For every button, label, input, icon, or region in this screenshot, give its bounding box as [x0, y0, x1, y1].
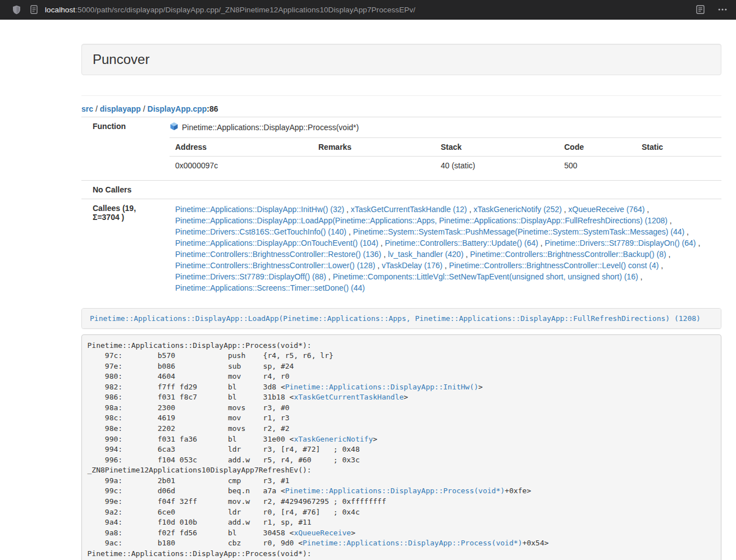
callees-label: Callees (19, Σ=3704 )	[81, 199, 164, 299]
symbol-panel-heading: Pinetime::Applications::DisplayApp::Load…	[82, 309, 721, 328]
disassembly-code: Pinetime::Applications::DisplayApp::Proc…	[81, 334, 721, 560]
callee-link[interactable]: Pinetime::Controllers::BrightnessControl…	[175, 250, 381, 259]
tracking-protection-shield-icon[interactable]	[12, 5, 21, 15]
callee-link[interactable]: xTaskGenericNotify (252)	[473, 205, 561, 214]
no-callers-label: No Callers	[81, 181, 164, 199]
app-title-panel: Puncover	[81, 44, 721, 75]
callee-separator: ,	[375, 261, 382, 270]
callee-separator: ,	[381, 250, 388, 259]
callee-separator: ,	[668, 216, 672, 225]
column-header-static: Static	[636, 138, 721, 157]
remarks-value	[313, 157, 435, 176]
reader-view-icon[interactable]	[696, 5, 705, 14]
callee-separator: ,	[638, 272, 643, 281]
callee-separator: ,	[442, 261, 449, 270]
callee-link[interactable]: Pinetime::Applications::DisplayApp::Load…	[175, 216, 668, 225]
callee-link[interactable]: Pinetime::Controllers::BrightnessControl…	[470, 250, 666, 259]
callee-separator: ,	[464, 250, 470, 259]
stack-value: 40 (static)	[435, 157, 559, 176]
method-icon	[170, 122, 179, 132]
code-symbol-link[interactable]: Pinetime::Applications::DisplayApp::Proc…	[285, 486, 505, 495]
function-cell: Pinetime::Applications::DisplayApp::Proc…	[164, 117, 721, 181]
callee-link[interactable]: Pinetime::Applications::DisplayApp::Init…	[175, 205, 344, 214]
callee-link[interactable]: Pinetime::Controllers::BrightnessControl…	[449, 261, 659, 270]
callee-link[interactable]: xTaskGetCurrentTaskHandle (12)	[351, 205, 467, 214]
symbol-panel: Pinetime::Applications::DisplayApp::Load…	[81, 308, 721, 329]
panel-symbol-link[interactable]: Pinetime::Applications::DisplayApp::Load…	[90, 314, 701, 323]
callee-separator: ,	[644, 205, 649, 214]
divider	[81, 95, 721, 96]
address-value: 0x0000097c	[170, 157, 313, 176]
column-header-remarks: Remarks	[313, 138, 435, 157]
callee-link[interactable]: Pinetime::Controllers::Battery::Update()…	[385, 238, 538, 247]
callee-separator: ,	[684, 227, 689, 236]
callee-separator: ,	[378, 238, 385, 247]
breadcrumb-line-number: :86	[207, 104, 218, 113]
column-header-stack: Stack	[435, 138, 559, 157]
callee-link[interactable]: Pinetime::Components::LittleVgl::SetNewT…	[333, 272, 638, 281]
code-symbol-link[interactable]: xTaskGenericNotify	[294, 435, 373, 443]
callee-separator: ,	[467, 205, 474, 214]
callee-separator: ,	[538, 238, 545, 247]
callee-link[interactable]: Pinetime::Applications::Screens::Timer::…	[175, 283, 365, 292]
code-symbol-link[interactable]: Pinetime::Applications::DisplayApp::Proc…	[303, 539, 522, 547]
callee-link[interactable]: Pinetime::Controllers::BrightnessControl…	[175, 261, 375, 270]
detail-header-row: AddressRemarksStackCodeStatic	[170, 138, 721, 157]
callee-link[interactable]: Pinetime::System::SystemTask::PushMessag…	[353, 227, 685, 236]
callees-list: Pinetime::Applications::DisplayApp::Init…	[164, 199, 721, 299]
code-symbol-link[interactable]: xQueueReceive	[294, 529, 351, 537]
page-title: Puncover	[93, 52, 710, 67]
callees-row: Callees (19, Σ=3704 ) Pinetime::Applicat…	[81, 199, 721, 299]
callee-link[interactable]: Pinetime::Drivers::St7789::DisplayOn() (…	[545, 238, 696, 247]
breadcrumb-separator: /	[93, 104, 100, 113]
breadcrumb-link[interactable]: src	[81, 104, 93, 113]
callee-link[interactable]: vTaskDelay (176)	[382, 261, 442, 270]
callee-separator: ,	[696, 238, 701, 247]
breadcrumb-link[interactable]: DisplayApp.cpp	[148, 104, 207, 113]
no-callers-cell	[164, 181, 721, 199]
callee-link[interactable]: Pinetime::Applications::DisplayApp::OnTo…	[175, 238, 378, 247]
code-value: 500	[559, 157, 636, 176]
column-header-code: Code	[559, 138, 636, 157]
symbol-detail-table: AddressRemarksStackCodeStatic 0x0000097c…	[170, 137, 721, 176]
address-bar[interactable]: localhost:5000/path/src/displayapp/Displ…	[45, 6, 415, 14]
callee-link[interactable]: Pinetime::Drivers::St7789::DisplayOff() …	[175, 272, 326, 281]
function-name: Pinetime::Applications::DisplayApp::Proc…	[182, 123, 359, 132]
code-symbol-link[interactable]: Pinetime::Applications::DisplayApp::Init…	[285, 383, 478, 391]
callee-separator: ,	[346, 227, 353, 236]
breadcrumb-separator: /	[141, 104, 148, 113]
code-symbol-link[interactable]: xTaskGetCurrentTaskHandle	[294, 393, 404, 401]
callee-separator: ,	[666, 250, 671, 259]
no-callers-row: No Callers	[81, 181, 721, 199]
callee-separator: ,	[562, 205, 569, 214]
page-info-icon[interactable]	[30, 5, 38, 14]
callee-link[interactable]: lv_task_handler (420)	[388, 250, 464, 259]
toolbar-right-actions	[696, 5, 736, 14]
detail-value-row: 0x0000097c40 (static)500	[170, 157, 721, 176]
url-host: localhost	[45, 6, 75, 14]
breadcrumb-link[interactable]: displayapp	[100, 104, 141, 113]
overflow-menu-icon[interactable]	[718, 8, 727, 11]
function-label: Function	[81, 117, 164, 181]
static-value	[636, 157, 721, 176]
callee-link[interactable]: xQueueReceive (764)	[568, 205, 644, 214]
column-header-address: Address	[170, 138, 313, 157]
main-content: Puncover src / displayapp / DisplayApp.c…	[81, 44, 721, 560]
callee-separator: ,	[659, 261, 663, 270]
function-row: Function Pinetime::Applications::Display…	[81, 117, 721, 181]
url-path: :5000/path/src/displayapp/DisplayApp.cpp…	[75, 6, 415, 14]
symbol-table: Function Pinetime::Applications::Display…	[81, 117, 721, 298]
browser-toolbar: localhost:5000/path/src/displayapp/Displ…	[0, 0, 736, 20]
callee-separator: ,	[326, 272, 333, 281]
callee-separator: ,	[344, 205, 351, 214]
callee-link[interactable]: Pinetime::Drivers::Cst816S::GetTouchInfo…	[175, 227, 346, 236]
breadcrumb: src / displayapp / DisplayApp.cpp:86	[81, 104, 721, 113]
